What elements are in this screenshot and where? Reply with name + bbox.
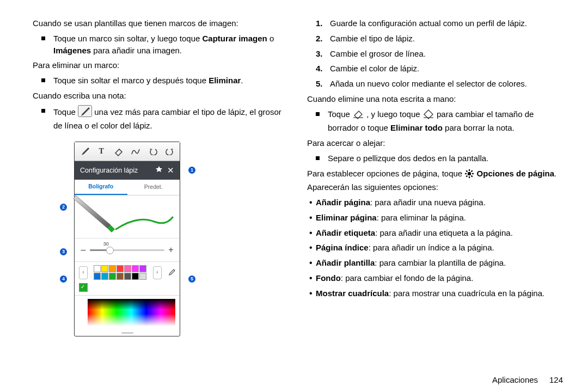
pin-icon: [155, 165, 163, 175]
svg-line-10: [467, 170, 468, 171]
chevron-right-icon: ›: [153, 266, 162, 279]
callout-3: 3: [60, 248, 67, 255]
option-item: Añadir etiqueta: para añadir una etiquet…: [316, 227, 566, 239]
color-swatch: [94, 273, 101, 280]
color-swatch: [101, 273, 108, 280]
color-swatch: [132, 265, 139, 272]
zoom-intro: Para acercar o alejar:: [307, 137, 566, 149]
color-swatch: [132, 273, 139, 280]
swatches: [94, 265, 146, 280]
write-note-item: Toque una vez más para cambiar el tipo d…: [53, 105, 292, 132]
right-column: 1.Guarde la configuración actual como un…: [307, 17, 566, 392]
shape-tool-icon: [130, 145, 142, 157]
svg-line-12: [467, 175, 468, 176]
tab-pen: Bolígrafo: [75, 180, 127, 195]
pen-config-header: Configuración lápiz ✕: [75, 161, 180, 180]
gear-icon: [464, 169, 474, 182]
zoom-item: Separe o pellizque dos dedos en la panta…: [328, 152, 566, 164]
option-item: Eliminar página: para eliminar la página…: [316, 212, 566, 224]
color-palette: ‹ › ✓: [75, 262, 180, 296]
svg-marker-1: [74, 195, 111, 228]
callout-4: 4: [60, 275, 67, 283]
remove-frame-intro: Para eliminar un marco:: [33, 59, 292, 71]
delete-note-item: Toque , y luego toque para cambiar el ta…: [328, 108, 566, 134]
callout-1: 1: [188, 167, 195, 174]
callout-5: 5: [188, 275, 195, 283]
selected-swatch: ✓: [79, 283, 88, 292]
redo-icon: [164, 145, 176, 157]
step-item: 5.Añada un nuevo color mediante el selec…: [330, 78, 566, 90]
write-note-intro: Cuando escriba una nota:: [33, 90, 292, 102]
color-swatch: [94, 265, 101, 272]
step-item: 3.Cambie el grosor de línea.: [330, 48, 566, 60]
close-icon: ✕: [167, 164, 174, 176]
minus-icon: –: [80, 243, 87, 256]
slider-track: 30: [90, 249, 164, 251]
color-swatch: [117, 273, 124, 280]
page-options-intro: Para establecer opciones de página, toqu…: [307, 168, 566, 194]
pen-config-device: T Configuración lápiz ✕ Bolígrafo Predet…: [74, 142, 180, 336]
remove-frame-item: Toque sin soltar el marco y después toqu…: [53, 75, 292, 87]
eraser-tool-icon: [113, 145, 125, 157]
color-swatch: [139, 265, 146, 272]
thickness-slider: – 30 +: [75, 238, 180, 262]
color-swatch: [124, 265, 131, 272]
pen-tool-icon: [78, 145, 90, 157]
device-toolbar: T: [75, 142, 180, 161]
step-item: 1.Guarde la configuración actual como un…: [330, 17, 566, 29]
option-item: Fondo: para cambiar el fondo de la págin…: [316, 272, 566, 284]
color-swatch: [124, 273, 131, 280]
delete-note-intro: Cuando elimine una nota escrita a mano:: [307, 93, 566, 105]
text-tool-icon: T: [95, 145, 107, 157]
callout-2: 2: [60, 204, 67, 211]
option-item: Página índice: para añadir un índice a l…: [316, 242, 566, 254]
templates-item: Toque un marco sin soltar, y luego toque…: [53, 33, 292, 57]
step-item: 2.Cambie el tipo de lápiz.: [330, 33, 566, 45]
svg-rect-4: [424, 117, 433, 118]
svg-line-11: [471, 175, 473, 176]
chevron-left-icon: ‹: [79, 266, 88, 279]
option-item: Añadir página: para añadir una nueva pág…: [316, 197, 566, 209]
templates-intro: Cuando se usan plantillas que tienen mar…: [33, 17, 292, 29]
pen-preview: [75, 195, 180, 238]
tab-preset: Predet.: [127, 180, 180, 195]
color-swatch: [101, 265, 108, 272]
option-item: Mostrar cuadrícula: para mostrar una cua…: [316, 287, 566, 299]
color-gradient: [88, 299, 175, 326]
left-column: Cuando se usan plantillas que tienen mar…: [33, 17, 292, 392]
svg-point-5: [468, 171, 471, 175]
page-options-list: Añadir página: para añadir una nueva pág…: [307, 197, 566, 299]
drag-handle: [75, 329, 180, 336]
color-swatch: [139, 273, 146, 280]
slider-value: 30: [103, 241, 109, 248]
undo-icon: [147, 145, 159, 157]
eyedropper-icon: [168, 267, 175, 279]
option-item: Añadir plantilla: para cambiar la planti…: [316, 257, 566, 269]
pen-config-figure: T Configuración lápiz ✕ Bolígrafo Predet…: [74, 142, 202, 336]
plus-icon: +: [168, 243, 174, 256]
pen-config-title: Configuración lápiz: [80, 166, 138, 175]
step-item: 4.Cambie el color de lápiz.: [330, 63, 566, 75]
color-swatch: [117, 265, 124, 272]
numbered-steps: 1.Guarde la configuración actual como un…: [307, 17, 566, 90]
pen-icon: [78, 105, 92, 120]
color-swatch: [109, 265, 116, 272]
page: Cuando se usan plantillas que tienen mar…: [0, 0, 588, 392]
svg-rect-3: [353, 117, 363, 118]
eraser-large-icon: [422, 109, 434, 122]
slider-knob: [106, 247, 114, 254]
page-footer: Aplicaciones 124: [492, 375, 563, 384]
svg-line-13: [471, 170, 473, 171]
eraser-icon: [352, 109, 364, 122]
color-swatch: [109, 273, 116, 280]
